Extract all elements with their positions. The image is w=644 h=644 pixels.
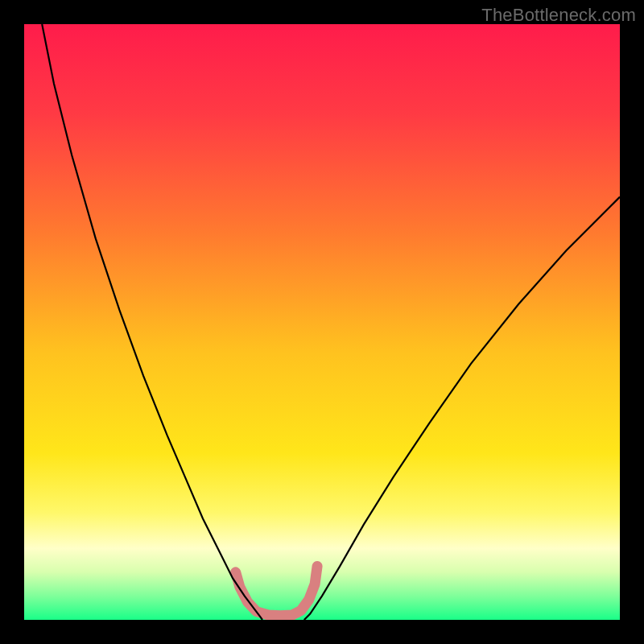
watermark-text: TheBottleneck.com — [481, 5, 636, 26]
bottleneck-chart — [24, 24, 620, 620]
chart-frame — [24, 24, 620, 620]
gradient-background — [24, 24, 620, 620]
